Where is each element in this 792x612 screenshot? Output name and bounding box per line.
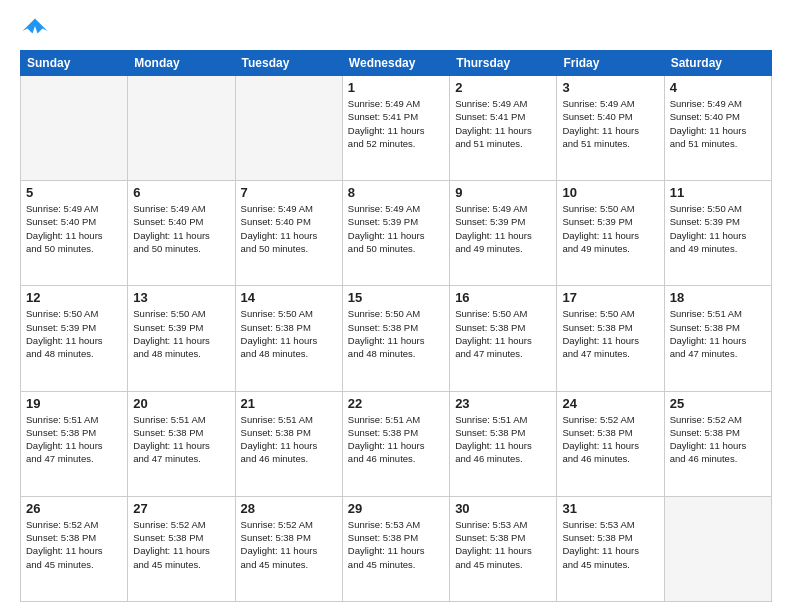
cell-sunrise-text: Sunrise: 5:51 AM Sunset: 5:38 PM Dayligh… <box>455 413 551 466</box>
calendar-cell: 19Sunrise: 5:51 AM Sunset: 5:38 PM Dayli… <box>21 391 128 496</box>
header-friday: Friday <box>557 51 664 76</box>
cell-sunrise-text: Sunrise: 5:49 AM Sunset: 5:40 PM Dayligh… <box>26 202 122 255</box>
day-number: 21 <box>241 396 337 411</box>
day-number: 27 <box>133 501 229 516</box>
page: Sunday Monday Tuesday Wednesday Thursday… <box>0 0 792 612</box>
cell-sunrise-text: Sunrise: 5:52 AM Sunset: 5:38 PM Dayligh… <box>562 413 658 466</box>
header-saturday: Saturday <box>664 51 771 76</box>
calendar-cell: 1Sunrise: 5:49 AM Sunset: 5:41 PM Daylig… <box>342 76 449 181</box>
day-number: 31 <box>562 501 658 516</box>
cell-sunrise-text: Sunrise: 5:50 AM Sunset: 5:39 PM Dayligh… <box>562 202 658 255</box>
day-number: 18 <box>670 290 766 305</box>
cell-sunrise-text: Sunrise: 5:49 AM Sunset: 5:41 PM Dayligh… <box>455 97 551 150</box>
day-number: 15 <box>348 290 444 305</box>
calendar-cell: 13Sunrise: 5:50 AM Sunset: 5:39 PM Dayli… <box>128 286 235 391</box>
day-number: 5 <box>26 185 122 200</box>
calendar-cell: 3Sunrise: 5:49 AM Sunset: 5:40 PM Daylig… <box>557 76 664 181</box>
calendar-cell: 6Sunrise: 5:49 AM Sunset: 5:40 PM Daylig… <box>128 181 235 286</box>
cell-sunrise-text: Sunrise: 5:52 AM Sunset: 5:38 PM Dayligh… <box>670 413 766 466</box>
cell-sunrise-text: Sunrise: 5:53 AM Sunset: 5:38 PM Dayligh… <box>562 518 658 571</box>
cell-sunrise-text: Sunrise: 5:51 AM Sunset: 5:38 PM Dayligh… <box>241 413 337 466</box>
calendar-cell: 8Sunrise: 5:49 AM Sunset: 5:39 PM Daylig… <box>342 181 449 286</box>
calendar-cell <box>21 76 128 181</box>
cell-sunrise-text: Sunrise: 5:53 AM Sunset: 5:38 PM Dayligh… <box>455 518 551 571</box>
day-number: 16 <box>455 290 551 305</box>
header-wednesday: Wednesday <box>342 51 449 76</box>
day-number: 12 <box>26 290 122 305</box>
logo <box>20 16 50 42</box>
cell-sunrise-text: Sunrise: 5:50 AM Sunset: 5:38 PM Dayligh… <box>241 307 337 360</box>
calendar-cell: 5Sunrise: 5:49 AM Sunset: 5:40 PM Daylig… <box>21 181 128 286</box>
calendar-cell: 10Sunrise: 5:50 AM Sunset: 5:39 PM Dayli… <box>557 181 664 286</box>
calendar-cell: 17Sunrise: 5:50 AM Sunset: 5:38 PM Dayli… <box>557 286 664 391</box>
logo-block <box>20 16 50 42</box>
logo-bird-icon <box>20 16 50 36</box>
calendar-week-row: 12Sunrise: 5:50 AM Sunset: 5:39 PM Dayli… <box>21 286 772 391</box>
calendar-cell: 18Sunrise: 5:51 AM Sunset: 5:38 PM Dayli… <box>664 286 771 391</box>
day-number: 1 <box>348 80 444 95</box>
calendar-cell: 29Sunrise: 5:53 AM Sunset: 5:38 PM Dayli… <box>342 496 449 601</box>
calendar-cell: 11Sunrise: 5:50 AM Sunset: 5:39 PM Dayli… <box>664 181 771 286</box>
cell-sunrise-text: Sunrise: 5:49 AM Sunset: 5:40 PM Dayligh… <box>670 97 766 150</box>
calendar-cell: 20Sunrise: 5:51 AM Sunset: 5:38 PM Dayli… <box>128 391 235 496</box>
day-number: 4 <box>670 80 766 95</box>
calendar-cell <box>128 76 235 181</box>
calendar-cell: 2Sunrise: 5:49 AM Sunset: 5:41 PM Daylig… <box>450 76 557 181</box>
calendar-cell: 30Sunrise: 5:53 AM Sunset: 5:38 PM Dayli… <box>450 496 557 601</box>
cell-sunrise-text: Sunrise: 5:49 AM Sunset: 5:39 PM Dayligh… <box>455 202 551 255</box>
cell-sunrise-text: Sunrise: 5:51 AM Sunset: 5:38 PM Dayligh… <box>670 307 766 360</box>
calendar-cell: 4Sunrise: 5:49 AM Sunset: 5:40 PM Daylig… <box>664 76 771 181</box>
day-number: 26 <box>26 501 122 516</box>
calendar-cell <box>664 496 771 601</box>
day-number: 14 <box>241 290 337 305</box>
calendar-cell: 27Sunrise: 5:52 AM Sunset: 5:38 PM Dayli… <box>128 496 235 601</box>
cell-sunrise-text: Sunrise: 5:50 AM Sunset: 5:39 PM Dayligh… <box>133 307 229 360</box>
calendar-week-row: 1Sunrise: 5:49 AM Sunset: 5:41 PM Daylig… <box>21 76 772 181</box>
day-number: 22 <box>348 396 444 411</box>
cell-sunrise-text: Sunrise: 5:50 AM Sunset: 5:39 PM Dayligh… <box>26 307 122 360</box>
calendar-cell: 14Sunrise: 5:50 AM Sunset: 5:38 PM Dayli… <box>235 286 342 391</box>
day-number: 25 <box>670 396 766 411</box>
day-number: 8 <box>348 185 444 200</box>
calendar-cell: 21Sunrise: 5:51 AM Sunset: 5:38 PM Dayli… <box>235 391 342 496</box>
calendar-cell: 23Sunrise: 5:51 AM Sunset: 5:38 PM Dayli… <box>450 391 557 496</box>
cell-sunrise-text: Sunrise: 5:49 AM Sunset: 5:40 PM Dayligh… <box>562 97 658 150</box>
day-number: 29 <box>348 501 444 516</box>
day-number: 9 <box>455 185 551 200</box>
day-number: 13 <box>133 290 229 305</box>
cell-sunrise-text: Sunrise: 5:49 AM Sunset: 5:40 PM Dayligh… <box>133 202 229 255</box>
calendar-week-row: 5Sunrise: 5:49 AM Sunset: 5:40 PM Daylig… <box>21 181 772 286</box>
day-number: 17 <box>562 290 658 305</box>
header-sunday: Sunday <box>21 51 128 76</box>
calendar-cell: 31Sunrise: 5:53 AM Sunset: 5:38 PM Dayli… <box>557 496 664 601</box>
cell-sunrise-text: Sunrise: 5:52 AM Sunset: 5:38 PM Dayligh… <box>133 518 229 571</box>
calendar-cell: 12Sunrise: 5:50 AM Sunset: 5:39 PM Dayli… <box>21 286 128 391</box>
cell-sunrise-text: Sunrise: 5:49 AM Sunset: 5:40 PM Dayligh… <box>241 202 337 255</box>
header-monday: Monday <box>128 51 235 76</box>
cell-sunrise-text: Sunrise: 5:51 AM Sunset: 5:38 PM Dayligh… <box>26 413 122 466</box>
calendar-cell: 22Sunrise: 5:51 AM Sunset: 5:38 PM Dayli… <box>342 391 449 496</box>
header-tuesday: Tuesday <box>235 51 342 76</box>
cell-sunrise-text: Sunrise: 5:51 AM Sunset: 5:38 PM Dayligh… <box>348 413 444 466</box>
day-number: 6 <box>133 185 229 200</box>
day-number: 3 <box>562 80 658 95</box>
day-number: 19 <box>26 396 122 411</box>
cell-sunrise-text: Sunrise: 5:50 AM Sunset: 5:38 PM Dayligh… <box>348 307 444 360</box>
calendar-cell <box>235 76 342 181</box>
calendar-week-row: 19Sunrise: 5:51 AM Sunset: 5:38 PM Dayli… <box>21 391 772 496</box>
day-number: 24 <box>562 396 658 411</box>
cell-sunrise-text: Sunrise: 5:52 AM Sunset: 5:38 PM Dayligh… <box>26 518 122 571</box>
calendar-cell: 26Sunrise: 5:52 AM Sunset: 5:38 PM Dayli… <box>21 496 128 601</box>
cell-sunrise-text: Sunrise: 5:50 AM Sunset: 5:38 PM Dayligh… <box>562 307 658 360</box>
cell-sunrise-text: Sunrise: 5:51 AM Sunset: 5:38 PM Dayligh… <box>133 413 229 466</box>
calendar-cell: 15Sunrise: 5:50 AM Sunset: 5:38 PM Dayli… <box>342 286 449 391</box>
calendar-cell: 28Sunrise: 5:52 AM Sunset: 5:38 PM Dayli… <box>235 496 342 601</box>
cell-sunrise-text: Sunrise: 5:49 AM Sunset: 5:41 PM Dayligh… <box>348 97 444 150</box>
calendar-cell: 16Sunrise: 5:50 AM Sunset: 5:38 PM Dayli… <box>450 286 557 391</box>
header <box>20 16 772 42</box>
day-number: 10 <box>562 185 658 200</box>
header-thursday: Thursday <box>450 51 557 76</box>
svg-marker-0 <box>23 19 48 34</box>
cell-sunrise-text: Sunrise: 5:50 AM Sunset: 5:38 PM Dayligh… <box>455 307 551 360</box>
day-number: 30 <box>455 501 551 516</box>
